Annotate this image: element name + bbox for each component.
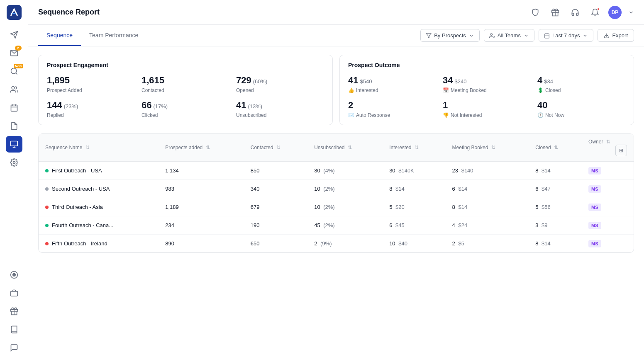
stats-row: Prospect Engagement 1,895 Prospect Added… (38, 55, 634, 125)
not-interested-label: 👎 Not Interested (443, 112, 482, 118)
closed-number: 4 (537, 75, 542, 86)
sidebar-item-chat[interactable] (6, 339, 22, 356)
svg-point-14 (13, 162, 15, 164)
sidebar-item-docs[interactable] (6, 118, 22, 134)
interested-value: $540 (360, 78, 372, 85)
col-prospects-added[interactable]: Prospects added ⇅ (159, 134, 244, 162)
col-sequence-name[interactable]: Sequence Name ⇅ (39, 134, 159, 162)
all-teams-filter[interactable]: All Teams (484, 29, 534, 42)
stat-clicked: 66 (17%) Clicked (141, 100, 229, 118)
table-row[interactable]: Third Outreach - Asia 1,189 679 10 (2%) … (39, 198, 634, 216)
sort-icon-interested: ⇅ (415, 145, 419, 150)
svg-marker-20 (426, 33, 431, 38)
export-button[interactable]: Export (598, 29, 634, 42)
replied-pct: (23%) (64, 103, 78, 109)
shield-icon[interactable] (529, 6, 542, 19)
table-row[interactable]: Second Outreach - USA 983 340 10 (2%) 8 … (39, 180, 634, 198)
by-prospects-filter[interactable]: By Prospects (420, 29, 480, 42)
sidebar-item-settings[interactable] (6, 154, 22, 171)
sidebar-item-briefcase[interactable] (6, 285, 22, 301)
cell-closed-0: 8 $14 (529, 162, 582, 180)
sidebar-item-users[interactable] (6, 81, 22, 98)
stat-not-interested: 1 👎 Not Interested (443, 100, 531, 118)
bell-icon[interactable] (588, 6, 602, 19)
cell-interested-3: 6 $45 (383, 216, 445, 235)
col-interested[interactable]: Interested ⇅ (383, 134, 445, 162)
sidebar-item-gift[interactable] (6, 303, 22, 320)
meeting-number: 34 (443, 75, 453, 86)
tab-sequence[interactable]: Sequence (38, 25, 81, 46)
owner-badge-4: MS (588, 240, 601, 247)
new-badge: New (14, 64, 23, 68)
col-closed[interactable]: Closed ⇅ (529, 134, 582, 162)
sidebar-item-book[interactable] (6, 321, 22, 338)
table-header-row: Sequence Name ⇅ Prospects added ⇅ Contac… (39, 134, 634, 162)
sort-icon-name: ⇅ (85, 145, 90, 150)
engagement-grid: 1,895 Prospect Added 1,615 Contacted 729 (47, 75, 324, 118)
table-row[interactable]: Fourth Outreach - Cana... 234 190 45 (2%… (39, 216, 634, 235)
stat-interested: 41 $540 👍 Interested (348, 75, 436, 93)
cell-interested-1: 8 $14 (383, 180, 445, 198)
cell-prospects-4: 890 (159, 235, 244, 253)
sidebar-item-fire[interactable] (6, 267, 22, 283)
col-meeting-booked[interactable]: Meeting Booked ⇅ (446, 134, 529, 162)
tabs-left: Sequence Team Performance (38, 25, 146, 46)
not-now-label: 🕐 Not Now (537, 112, 564, 118)
stat-unsubscribed: 41 (13%) Unsubscribed (236, 100, 324, 118)
cell-contacted-2: 679 (244, 198, 307, 216)
sequence-name-4: Fifth Outreach - Ireland (52, 240, 107, 247)
cell-name-3: Fourth Outreach - Cana... (39, 216, 159, 235)
stat-auto-response: 2 ✉️ Auto Response (348, 100, 436, 118)
svg-rect-11 (10, 141, 17, 146)
avatar[interactable]: DP (608, 6, 622, 19)
opened-label: Opened (236, 87, 254, 93)
sequence-name-3: Fourth Outreach - Cana... (52, 222, 113, 228)
sidebar-item-campaigns[interactable] (6, 99, 22, 116)
table-row[interactable]: First Outreach - USA 1,134 850 30 (4%) 3… (39, 162, 634, 180)
table-body: First Outreach - USA 1,134 850 30 (4%) 3… (39, 162, 634, 253)
col-contacted[interactable]: Contacted ⇅ (244, 134, 307, 162)
cell-meeting-3: 4 $24 (446, 216, 529, 235)
cell-owner-4: MS (582, 235, 634, 253)
table-row[interactable]: Fifth Outreach - Ireland 890 650 2 (9%) … (39, 235, 634, 253)
closed-value: $34 (544, 78, 553, 85)
col-owner[interactable]: Owner ⇅ ⊞ (582, 134, 634, 162)
col-unsubscribed[interactable]: Unsubscribed ⇅ (307, 134, 383, 162)
tabs-bar: Sequence Team Performance By Prospects A… (28, 25, 644, 46)
cell-unsub-2: 10 (2%) (307, 198, 383, 216)
sidebar-item-analytics[interactable] (6, 136, 22, 153)
svg-point-21 (490, 33, 493, 35)
tabs-right: By Prospects All Teams Last 7 days Expor… (420, 25, 634, 46)
owner-badge-3: MS (588, 222, 601, 229)
meeting-label: 📅 Meeting Booked (443, 87, 487, 93)
app-logo[interactable] (7, 5, 22, 20)
chevron-down-icon-prospects (468, 33, 474, 39)
cell-owner-2: MS (582, 198, 634, 216)
cell-name-2: Third Outreach - Asia (39, 198, 159, 216)
sidebar-item-mail[interactable]: 2 (6, 45, 22, 61)
sort-icon-owner: ⇅ (606, 139, 610, 145)
outcome-title: Prospect Outcome (348, 62, 625, 68)
cell-closed-3: 3 $9 (529, 216, 582, 235)
gift-icon[interactable] (549, 6, 562, 19)
column-settings-button[interactable]: ⊞ (615, 145, 627, 156)
cell-owner-3: MS (582, 216, 634, 235)
tab-team-performance[interactable]: Team Performance (81, 25, 146, 46)
owner-badge-1: MS (588, 185, 601, 193)
sort-icon-closed: ⇅ (554, 145, 558, 150)
stat-replied: 144 (23%) Replied (47, 100, 135, 118)
cell-unsub-0: 30 (4%) (307, 162, 383, 180)
svg-point-6 (12, 87, 15, 90)
status-dot-2 (45, 206, 49, 209)
date-range-filter[interactable]: Last 7 days (539, 29, 594, 42)
replied-label: Replied (47, 112, 64, 118)
all-teams-label: All Teams (498, 32, 521, 39)
headphone-icon[interactable] (568, 6, 582, 19)
contacted-label: Contacted (141, 87, 164, 93)
stat-contacted: 1,615 Contacted (141, 75, 229, 93)
notification-dot (597, 7, 600, 11)
stat-not-now: 40 🕐 Not Now (537, 100, 625, 118)
unsubscribed-number: 41 (236, 100, 246, 111)
sidebar-item-search[interactable]: New (6, 63, 22, 80)
sidebar-item-send[interactable] (6, 27, 22, 43)
